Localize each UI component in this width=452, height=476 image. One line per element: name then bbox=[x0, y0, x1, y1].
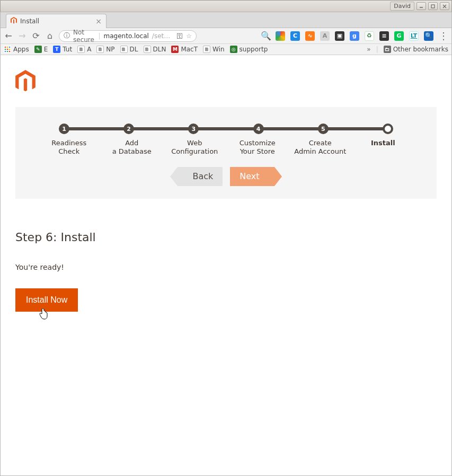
magento-logo bbox=[15, 70, 437, 93]
step-dot-2[interactable]: 2 bbox=[123, 124, 134, 134]
extension-icon[interactable] bbox=[276, 31, 285, 41]
bookmark-item[interactable]: 🗎Win bbox=[203, 46, 225, 53]
svg-point-11 bbox=[7, 51, 8, 52]
bookmark-item[interactable]: 🗎DL bbox=[120, 46, 138, 53]
svg-point-12 bbox=[9, 51, 11, 52]
window-close-button[interactable] bbox=[440, 2, 449, 10]
extension-icon[interactable]: C bbox=[290, 31, 300, 41]
folder-icon: 🗀 bbox=[384, 46, 391, 53]
key-icon[interactable]: ⚿ bbox=[176, 32, 183, 40]
toolbar-row: ← → ⟳ ⌂ ⓘ Not secure | magento.local/set… bbox=[1, 28, 451, 44]
extension-icon[interactable]: G bbox=[394, 31, 404, 41]
extension-icon[interactable]: LT bbox=[409, 31, 419, 41]
browser-menu-button[interactable]: ⋮ bbox=[439, 30, 446, 41]
svg-rect-1 bbox=[431, 5, 435, 8]
step-dot-5[interactable]: 5 bbox=[318, 124, 329, 134]
svg-point-4 bbox=[5, 47, 6, 48]
step-label-line: Add bbox=[125, 139, 138, 147]
extension-icon[interactable]: ▣ bbox=[335, 31, 344, 41]
bookmark-item[interactable]: MMacT bbox=[171, 46, 198, 53]
bookmark-item[interactable]: ✎E bbox=[34, 46, 48, 53]
bookmark-item[interactable]: ◎supportp bbox=[230, 46, 268, 53]
os-user-badge: David bbox=[390, 2, 414, 11]
wizard-nav: Back Next bbox=[25, 167, 427, 186]
file-icon: 🗎 bbox=[203, 46, 210, 53]
next-label: Next bbox=[240, 171, 259, 181]
apps-icon bbox=[4, 46, 11, 53]
extension-icon[interactable]: ≡ bbox=[379, 31, 389, 41]
tab-title: Install bbox=[20, 17, 92, 25]
file-icon: 🗎 bbox=[120, 46, 128, 53]
window-maximize-button[interactable] bbox=[428, 2, 438, 10]
file-icon: 🗎 bbox=[96, 46, 104, 53]
step-label: Adda Database bbox=[101, 139, 164, 156]
step-label-line: Create bbox=[309, 139, 332, 147]
bookmark-star-icon[interactable]: ☆ bbox=[186, 32, 192, 40]
step-dot-6-current[interactable]: 6 bbox=[383, 124, 393, 134]
extension-icon[interactable]: 🔍 bbox=[424, 31, 433, 41]
window-minimize-button[interactable] bbox=[416, 2, 426, 10]
step-number: 4 bbox=[256, 126, 261, 133]
step-labels: ReadinessCheck Adda Database WebConfigur… bbox=[38, 139, 414, 156]
step-dot-4[interactable]: 4 bbox=[253, 124, 264, 134]
step-label-line: Check bbox=[58, 147, 79, 155]
extension-icon[interactable]: A bbox=[320, 31, 330, 41]
step-label-line: Customize bbox=[240, 139, 276, 147]
step-label-line: Admin Account bbox=[294, 147, 346, 155]
ready-text: You're ready! bbox=[15, 263, 437, 271]
apps-label: Apps bbox=[13, 46, 29, 53]
address-bar[interactable]: ⓘ Not secure | magento.local/set… ⚿ ☆ bbox=[59, 30, 197, 42]
nav-reload-button[interactable]: ⟳ bbox=[31, 31, 41, 41]
search-icon[interactable]: 🔍 bbox=[261, 31, 270, 41]
viewport: 1 2 3 4 5 6 ReadinessCheck Adda Database… bbox=[0, 55, 452, 476]
bookmark-item[interactable]: 🗎NP bbox=[96, 46, 114, 53]
bookmark-item[interactable]: 🗎A bbox=[77, 46, 91, 53]
magento-icon bbox=[11, 17, 17, 26]
bookmarks-overflow-button[interactable]: » bbox=[367, 46, 370, 53]
nav-home-button[interactable]: ⌂ bbox=[45, 31, 55, 41]
bookmark-label: Win bbox=[212, 46, 225, 53]
nav-forward-button[interactable]: → bbox=[17, 31, 27, 41]
file-icon: 🗎 bbox=[144, 46, 151, 53]
extension-icon[interactable]: g bbox=[350, 31, 359, 41]
svg-point-6 bbox=[9, 47, 11, 48]
step-dot-3[interactable]: 3 bbox=[188, 124, 199, 134]
step-label-line: a Database bbox=[112, 147, 152, 155]
step-label-line: Your Store bbox=[240, 147, 275, 155]
bookmark-label: DL bbox=[130, 46, 138, 53]
step-number: 1 bbox=[62, 126, 66, 133]
browser-chrome: Install × ← → ⟳ ⌂ ⓘ Not secure | magento… bbox=[0, 12, 452, 55]
svg-point-9 bbox=[9, 49, 11, 50]
wizard-next-button[interactable]: Next bbox=[230, 167, 274, 186]
step-label-line: Configuration bbox=[171, 147, 218, 155]
bookmark-item[interactable]: TTut bbox=[53, 46, 72, 53]
apps-button[interactable]: Apps bbox=[4, 46, 29, 53]
tab-strip: Install × bbox=[1, 12, 451, 28]
step-label: ReadinessCheck bbox=[38, 139, 101, 156]
install-wizard-progress: 1 2 3 4 5 6 ReadinessCheck Adda Database… bbox=[15, 107, 437, 199]
step-label: CustomizeYour Store bbox=[226, 139, 289, 156]
step-label-current: Install bbox=[352, 139, 415, 156]
bookmark-label: MacT bbox=[181, 46, 198, 53]
url-host: magento.local bbox=[104, 32, 149, 40]
nav-back-button[interactable]: ← bbox=[4, 31, 13, 41]
extension-icon[interactable]: ∿ bbox=[305, 31, 315, 41]
other-bookmarks-label: Other bookmarks bbox=[393, 46, 448, 53]
step-label-line: Install bbox=[371, 139, 395, 147]
svg-point-7 bbox=[5, 49, 6, 50]
other-bookmarks-button[interactable]: 🗀Other bookmarks bbox=[384, 46, 448, 53]
info-icon: ⓘ bbox=[64, 31, 70, 40]
svg-point-8 bbox=[7, 49, 8, 50]
bookmark-item[interactable]: 🗎DLN bbox=[144, 46, 166, 53]
extension-icon[interactable]: ♻ bbox=[365, 31, 374, 41]
tab-close-button[interactable]: × bbox=[95, 17, 102, 25]
browser-tab[interactable]: Install × bbox=[6, 14, 107, 28]
extensions-strip: 🔍 C ∿ A ▣ g ♻ ≡ G LT 🔍 ⋮ bbox=[201, 30, 448, 41]
wizard-back-button[interactable]: Back bbox=[178, 167, 223, 186]
step-dot-1[interactable]: 1 bbox=[59, 124, 69, 134]
step-label: WebConfiguration bbox=[163, 139, 226, 156]
bookmark-label: E bbox=[44, 46, 48, 53]
bookmark-label: Tut bbox=[63, 46, 72, 53]
bookmark-favicon-icon: ◎ bbox=[230, 46, 237, 53]
install-now-button[interactable]: Install Now bbox=[15, 288, 78, 312]
